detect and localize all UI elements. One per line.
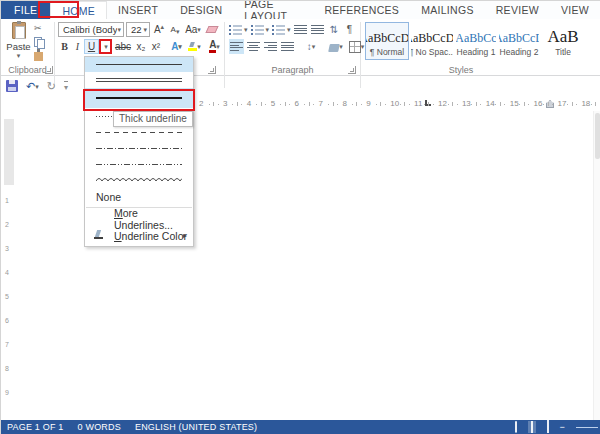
shading-button[interactable]: ▾ xyxy=(327,39,345,54)
word-count[interactable]: 0 WORDS xyxy=(78,422,121,432)
ruler-tick xyxy=(218,104,219,105)
style-card-no-spac[interactable]: AaBbCcDc¶ No Spac... xyxy=(410,22,454,60)
underline-dropdown-menu: None More Underlines... Underline Color … xyxy=(84,56,194,247)
ruler-tick xyxy=(289,104,290,105)
more-underlines-item[interactable]: More Underlines... xyxy=(85,210,193,227)
align-center-button[interactable] xyxy=(246,39,261,54)
ruler-tick xyxy=(361,104,362,105)
tooltip: Thick underline xyxy=(113,111,193,127)
undo-button[interactable]: ↶▾ xyxy=(26,80,39,93)
underline-color-icon xyxy=(94,230,103,239)
underline-none-item[interactable]: None xyxy=(85,188,193,205)
ruler-tick xyxy=(209,104,210,105)
font-name-combo[interactable]: Calibri (Body) ▾ xyxy=(58,22,124,37)
underline-style-single[interactable] xyxy=(85,57,193,72)
ruler-tick xyxy=(337,104,338,105)
clipboard-dialog-launcher-icon[interactable] xyxy=(45,66,53,74)
tab-insert[interactable]: INSERT xyxy=(107,1,169,19)
underline-style-wavy[interactable] xyxy=(85,172,193,188)
vertical-scrollbar[interactable] xyxy=(593,111,600,420)
web-layout-button[interactable] xyxy=(547,422,549,432)
change-case-button[interactable]: Aa▾ xyxy=(184,22,202,37)
ruler-number: 16 xyxy=(534,99,543,108)
zoom-slider[interactable] xyxy=(576,427,598,428)
ruler-tick xyxy=(213,102,214,106)
copy-button[interactable] xyxy=(34,37,48,47)
style-card-heading-1[interactable]: AaBbCcHeading 1 xyxy=(455,22,497,60)
vertical-ruler-number: 8 xyxy=(5,365,9,372)
ruler-tick xyxy=(495,104,496,105)
highlight-color-button[interactable]: ▾ xyxy=(185,39,204,54)
text-effects-button[interactable]: A▾ xyxy=(169,39,184,54)
ruler-tick xyxy=(572,102,573,106)
subscript-button[interactable]: x₂ xyxy=(134,39,148,54)
tab-review[interactable]: REVIEW xyxy=(485,1,550,19)
ruler-tick xyxy=(376,104,377,105)
language-indicator[interactable]: ENGLISH (UNITED STATES) xyxy=(135,422,257,432)
ruler-tick xyxy=(285,102,286,106)
numbering-button[interactable]: ▾ xyxy=(251,22,270,37)
show-hide-marks-button[interactable]: ¶ xyxy=(344,22,356,37)
scrollbar-thumb[interactable] xyxy=(595,113,600,159)
chevron-down-icon: ▾ xyxy=(143,26,147,33)
vertical-ruler-number: 5 xyxy=(5,293,9,300)
font-size-combo[interactable]: 22 ▾ xyxy=(126,22,150,37)
undo-icon: ↶ xyxy=(26,80,35,93)
align-left-button[interactable] xyxy=(229,39,244,54)
underline-style-dash-dot-dot[interactable] xyxy=(85,156,193,172)
read-mode-button[interactable] xyxy=(515,422,517,432)
ruler-tick xyxy=(504,104,505,105)
line-spacing-button[interactable]: ↕▾ xyxy=(302,39,320,54)
bullets-button[interactable]: ▾ xyxy=(229,22,248,37)
bold-button[interactable]: B xyxy=(58,39,71,54)
grow-font-button[interactable]: A▴ xyxy=(152,22,166,37)
underline-button[interactable]: U xyxy=(84,39,99,54)
page-indicator[interactable]: PAGE 1 OF 1 xyxy=(7,422,64,432)
underline-label: U xyxy=(88,41,95,52)
redo-button[interactable]: ↻ xyxy=(47,80,56,93)
align-right-button[interactable] xyxy=(263,39,278,54)
chevron-down-icon: ▾ xyxy=(35,83,39,90)
clear-formatting-button[interactable] xyxy=(204,22,220,37)
sort-button[interactable]: ⇅ xyxy=(328,22,341,37)
paragraph-dialog-launcher-icon[interactable] xyxy=(348,66,356,74)
ruler-number: 14 xyxy=(486,99,495,108)
decrease-indent-button[interactable] xyxy=(294,22,308,37)
shrink-font-button[interactable]: A▾ xyxy=(168,22,182,37)
font-dialog-launcher-icon[interactable] xyxy=(208,66,216,74)
zoom-out-button[interactable]: − xyxy=(560,422,565,432)
multilevel-list-button[interactable]: ▾ xyxy=(272,22,291,37)
underline-style-double[interactable] xyxy=(85,72,193,88)
double-underline-sample xyxy=(96,78,182,82)
chevron-down-icon: ▾ xyxy=(178,43,182,50)
vertical-ruler-number: 1 xyxy=(5,197,9,204)
increase-indent-button[interactable] xyxy=(311,22,325,37)
underline-style-dash-dot[interactable] xyxy=(85,140,193,156)
ruler-tick xyxy=(241,104,242,105)
style-card-heading-2[interactable]: AaBbCcDHeading 2 xyxy=(498,22,540,60)
underline-color-item[interactable]: Underline Color ▸ xyxy=(85,227,193,244)
ruler-number: 11 xyxy=(414,99,422,108)
justify-button[interactable] xyxy=(280,39,295,54)
paste-button[interactable]: Paste ▾ xyxy=(5,22,32,64)
format-painter-button[interactable] xyxy=(34,51,48,61)
cut-button[interactable]: ✂ xyxy=(34,23,48,33)
tab-view[interactable]: VIEW xyxy=(550,1,600,19)
tab-references[interactable]: REFERENCES xyxy=(313,1,410,19)
italic-button[interactable]: I xyxy=(72,39,83,54)
grow-font-label: A xyxy=(154,24,161,35)
single-underline-sample xyxy=(96,64,182,65)
print-layout-button[interactable] xyxy=(528,421,536,433)
scissors-icon: ✂ xyxy=(34,23,42,33)
superscript-button[interactable]: x² xyxy=(149,39,163,54)
tab-mailings[interactable]: MAILINGS xyxy=(410,1,485,19)
font-color-button[interactable]: A ▾ xyxy=(205,39,224,54)
style-card-title[interactable]: AaBTitle xyxy=(541,22,585,60)
tab-page-layout[interactable]: PAGE LAYOUT xyxy=(233,1,313,19)
qat-customize-button[interactable]: ▾ xyxy=(64,81,68,92)
strikethrough-button[interactable]: abc xyxy=(113,39,133,54)
style-card-normal[interactable]: AaBbCcDc¶ Normal xyxy=(365,22,409,60)
tab-design[interactable]: DESIGN xyxy=(169,1,233,19)
bullet-list-icon xyxy=(229,23,244,36)
save-button[interactable] xyxy=(6,80,18,92)
